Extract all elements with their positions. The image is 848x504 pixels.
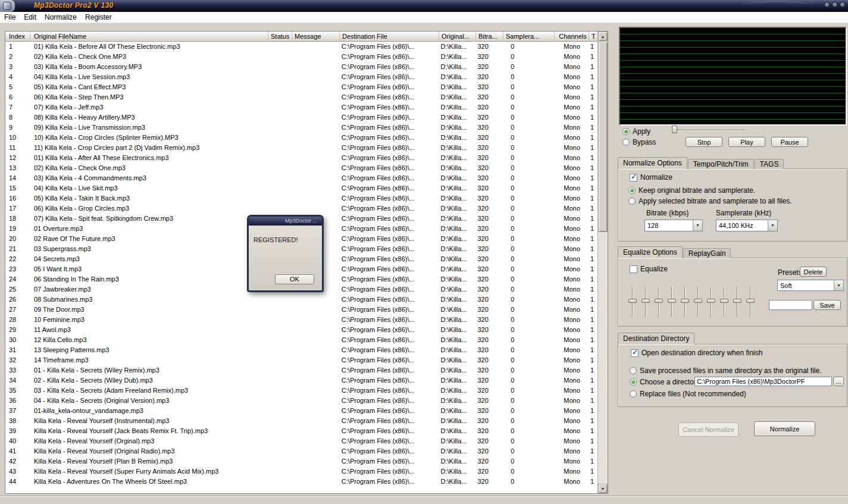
tab-normalize-options[interactable]: Normalize Options	[618, 157, 687, 169]
seek-slider-thumb[interactable]	[672, 126, 677, 133]
eq-band-slider[interactable]	[731, 284, 744, 319]
scroll-up-icon[interactable]: ▲	[598, 32, 608, 41]
save-preset-button[interactable]: Save	[813, 300, 841, 310]
seek-slider-track[interactable]	[673, 130, 746, 131]
eq-band-slider[interactable]	[691, 284, 705, 319]
eq-band-thumb[interactable]	[733, 299, 741, 303]
normalize-checkbox[interactable]: Normalize	[630, 173, 672, 181]
eq-band-thumb[interactable]	[628, 299, 637, 303]
eq-band-slider[interactable]	[718, 284, 731, 319]
cancel-normalize-button[interactable]: Cancel Normalize	[678, 422, 739, 437]
table-row[interactable]: 202) Killa Kela - Check One.MP3C:\Progra…	[5, 52, 597, 62]
table-row[interactable]: 39Killa Kela - Reveal Yourself (Jack Bea…	[5, 426, 597, 436]
table-row[interactable]: 707) Killa Kela - Jeff.mp3C:\Program Fil…	[5, 102, 597, 112]
apply-selected-radio[interactable]: Apply selected bitrate and samplerate to…	[628, 197, 791, 205]
table-row[interactable]: 42Killa Kela - Reveal Yourself (Plan B R…	[5, 456, 597, 467]
eq-band-thumb[interactable]	[655, 299, 663, 303]
column-header-samplerate[interactable]: Samplera...	[503, 32, 555, 42]
column-header-channels[interactable]: Channels	[555, 32, 589, 42]
eq-band-slider[interactable]	[678, 284, 691, 319]
table-row[interactable]: 44Killa Kela - Adventures On The Wheels …	[5, 477, 597, 487]
table-scrollbar[interactable]: ▲ ▼	[597, 32, 608, 493]
same-directory-radio[interactable]: Save processed files in same directory a…	[630, 367, 821, 375]
samplerate-select[interactable]: 44,100 KHz ▼	[716, 220, 778, 231]
eq-band-thumb[interactable]	[746, 299, 755, 303]
column-header-index[interactable]: Index	[5, 32, 30, 42]
apply-radio[interactable]: Apply	[622, 127, 650, 136]
menu-file[interactable]: File	[0, 12, 20, 23]
scroll-down-icon[interactable]: ▼	[598, 484, 608, 493]
keep-original-radio[interactable]: Keep original bitrate and samplerate.	[628, 186, 755, 195]
eq-band-slider[interactable]	[665, 284, 678, 319]
table-row[interactable]: 3604 - Killa Kela - Secrets (Original Ve…	[5, 396, 597, 406]
table-row[interactable]: 3701-killa_kela-ontour_vandamage.mp3C:\P…	[5, 406, 597, 416]
column-header-message[interactable]: Message	[292, 32, 340, 42]
table-row[interactable]: 3503 - Killa Kela - Secrets (Adam Freela…	[5, 386, 597, 396]
dialog-title-bar[interactable]: Mp3Doctor ...	[249, 217, 322, 226]
table-row[interactable]: 3301 - Killa Kela - Secrets (Wiley Remix…	[5, 365, 597, 375]
eq-band-thumb[interactable]	[668, 299, 676, 303]
tab-equalize-options[interactable]: Equalize Options	[618, 246, 683, 258]
menu-normalize[interactable]: Normalize	[40, 12, 81, 23]
table-row[interactable]: 3214 Timeframe.mp3C:\Program Files (x86)…	[5, 355, 597, 365]
pause-button[interactable]: Pause	[771, 137, 808, 147]
dialog-ok-button[interactable]: OK	[275, 274, 314, 284]
table-row[interactable]: 2608 Submarines.mp3C:\Program Files (x86…	[5, 295, 597, 305]
table-row[interactable]: 404) Killa Kela - Live Session.mp3C:\Pro…	[5, 72, 597, 82]
eq-band-slider[interactable]	[705, 284, 718, 319]
menu-register[interactable]: Register	[81, 12, 116, 23]
play-button[interactable]: Play	[728, 137, 765, 147]
browse-button[interactable]: ...	[833, 377, 844, 386]
tab-tags[interactable]: TAGS	[755, 159, 784, 169]
menu-edit[interactable]: Edit	[20, 12, 40, 23]
table-row[interactable]: 1302) Killa Kela - Check One.mp3C:\Progr…	[5, 163, 597, 173]
table-row[interactable]: 1403) Killa Kela - 4 Commandments.mp3C:\…	[5, 173, 597, 183]
chevron-down-icon[interactable]: ▼	[768, 220, 777, 231]
table-row[interactable]: 2709 The Door.mp3C:\Program Files (x86)\…	[5, 305, 597, 315]
table-row[interactable]: 1201) Killa Kela - After All These Elect…	[5, 153, 597, 163]
chevron-down-icon[interactable]: ▼	[693, 220, 702, 231]
tab-tempo-pitch-trim[interactable]: Tempo/Pitch/Trim	[688, 159, 754, 169]
column-header-status[interactable]: Status	[268, 32, 292, 42]
preset-select[interactable]: Soft ▼	[777, 280, 844, 291]
table-row[interactable]: 1605) Killa Kela - Takin It Back.mp3C:\P…	[5, 193, 597, 204]
tab-replaygain[interactable]: ReplayGain	[683, 248, 731, 258]
table-row[interactable]: 1010) Killa Kela - Crop Circles (Splinte…	[5, 133, 597, 143]
table-row[interactable]: 606) Killa Kela - Step Then.MP3C:\Progra…	[5, 92, 597, 102]
normalize-button[interactable]: Normalize	[754, 421, 815, 436]
table-row[interactable]: 3113 Sleeping Patterns.mp3C:\Program Fil…	[5, 345, 597, 355]
eq-band-slider[interactable]	[626, 284, 639, 319]
delete-preset-button[interactable]: Delete	[800, 267, 827, 277]
chevron-down-icon[interactable]: ▼	[834, 280, 843, 290]
open-destination-checkbox[interactable]: Open destination directory when finish	[631, 349, 762, 357]
table-row[interactable]: 1111) Killa Kela - Crop Circles part 2 (…	[5, 143, 597, 153]
destination-path-input[interactable]	[694, 377, 832, 386]
table-row[interactable]: 2810 Feminine.mp3C:\Program Files (x86)\…	[5, 315, 597, 325]
stop-button[interactable]: Stop	[686, 137, 722, 147]
eq-band-thumb[interactable]	[681, 299, 689, 303]
eq-band-slider[interactable]	[652, 284, 665, 319]
column-header-original[interactable]: Original...	[439, 32, 476, 42]
maximize-button[interactable]	[832, 2, 838, 8]
choose-directory-radio[interactable]: Choose a directory:	[630, 378, 702, 386]
table-row[interactable]: 41Killa Kela - Reveal Yourself (Original…	[5, 446, 597, 456]
eq-band-slider[interactable]	[639, 284, 652, 319]
preset-name-input[interactable]	[769, 300, 812, 310]
table-row[interactable]: 909) Killa Kela - Live Transmission.mp3C…	[5, 123, 597, 133]
eq-band-thumb[interactable]	[707, 299, 715, 303]
eq-band-thumb[interactable]	[720, 299, 728, 303]
column-header-filename[interactable]: Original FileName	[30, 32, 268, 42]
bitrate-select[interactable]: 128 ▼	[644, 220, 703, 231]
table-row[interactable]: 3012 Killa Cello.mp3C:\Program Files (x8…	[5, 335, 597, 345]
eq-band-thumb[interactable]	[694, 299, 702, 303]
eq-band-thumb[interactable]	[642, 299, 650, 303]
minimize-button[interactable]	[824, 2, 830, 8]
bypass-radio[interactable]: Bypass	[622, 138, 656, 146]
table-row[interactable]: 303) Killa Kela - Boom Accessory.MP3C:\P…	[5, 62, 597, 72]
column-header-bitrate[interactable]: Bitra...	[476, 32, 503, 42]
table-row[interactable]: 2911 Awol.mp3C:\Program Files (x86)\...D…	[5, 325, 597, 335]
table-row[interactable]: 1504) Killa Kela - Live Skit.mp3C:\Progr…	[5, 183, 597, 193]
eq-band-slider[interactable]	[744, 284, 757, 319]
table-row[interactable]: 505) Killa Kela - Cant Effect.MP3C:\Prog…	[5, 82, 597, 92]
table-row[interactable]: 43Killa Kela - Reveal Yourself (Super Fu…	[5, 467, 597, 477]
